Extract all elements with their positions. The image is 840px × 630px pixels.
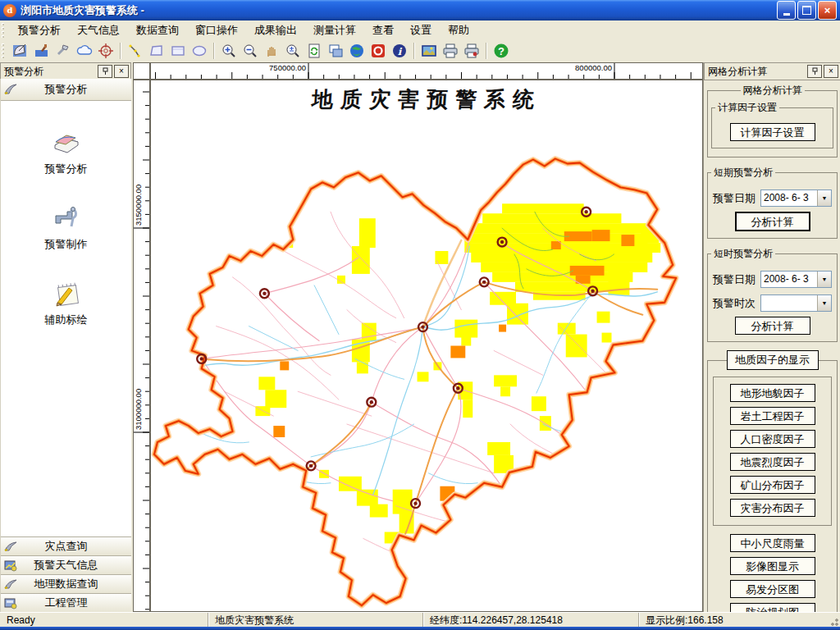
short-time-period-label: 预警时次 (713, 296, 760, 311)
polygon-tool-icon[interactable] (147, 41, 167, 61)
app-icon: d (3, 4, 16, 17)
town-marker[interactable] (260, 289, 269, 298)
weather-chart-icon (1, 559, 21, 572)
item-warning-production[interactable]: 预警制作 (1, 204, 131, 252)
zoom-out-icon[interactable] (240, 41, 260, 61)
zoom-in-icon[interactable] (219, 41, 239, 61)
bar-project-management[interactable]: 工程管理 (1, 593, 131, 612)
chevron-down-icon[interactable]: ▼ (817, 190, 831, 206)
warning-analysis-icon[interactable] (11, 41, 30, 61)
print-preview-icon[interactable] (462, 41, 482, 61)
svg-text:3100000.00: 3100000.00 (134, 389, 143, 430)
short-term-date-combo[interactable]: 2008- 6- 3 ▼ (760, 189, 832, 207)
copy-view-icon[interactable] (326, 41, 345, 61)
bar-warning-weather-info[interactable]: 预警天气信息 (1, 555, 131, 574)
restore-button[interactable] (797, 1, 816, 20)
help-icon[interactable]: ? (491, 41, 511, 61)
rainfall-button[interactable]: 中小尺度雨量 (730, 534, 815, 552)
toolbar-grip (2, 39, 8, 62)
zoning-map-button[interactable]: 易发分区图 (730, 580, 815, 598)
town-marker[interactable] (480, 277, 489, 286)
stop-icon[interactable] (368, 41, 388, 61)
right-panel-header: 网格分析计算 × (704, 62, 840, 80)
toolbar: i ? (0, 39, 840, 63)
short-term-date-value: 2008- 6- 3 (761, 190, 817, 206)
ellipse-tool-icon[interactable] (189, 41, 209, 61)
menu-data-query[interactable]: 数据查询 (128, 21, 187, 40)
calc-factor-group: 计算因子设置 计算因子设置 (711, 101, 833, 148)
left-panel-title: 预警分析 (4, 65, 43, 79)
calc-factor-group-title: 计算因子设置 (715, 101, 779, 115)
svg-text:800000.00: 800000.00 (575, 63, 612, 72)
minimize-button[interactable] (777, 1, 796, 20)
factor-buttons-box: 地形地貌因子 岩土工程因子 人口密度因子 地震烈度因子 矿山分布因子 灾害分布因… (713, 377, 832, 526)
disaster-factor-button[interactable]: 灾害分布因子 (730, 499, 815, 517)
terrain-factor-button[interactable]: 地形地貌因子 (730, 384, 815, 402)
tools-hammer-icon[interactable] (53, 41, 73, 61)
map-edit-icon[interactable] (32, 41, 52, 61)
close-button[interactable]: × (818, 1, 837, 20)
menu-weather-info[interactable]: 天气信息 (69, 21, 128, 40)
refresh-view-icon[interactable] (304, 41, 324, 61)
info-icon[interactable]: i (390, 41, 409, 61)
quill-icon (1, 578, 21, 591)
mine-factor-button[interactable]: 矿山分布因子 (730, 476, 815, 494)
town-marker[interactable] (307, 461, 316, 470)
chevron-down-icon[interactable]: ▼ (817, 295, 831, 311)
town-marker[interactable] (367, 398, 376, 407)
svg-text:750000.00: 750000.00 (269, 63, 306, 72)
item-auxiliary-drawing[interactable]: 辅助标绘 (1, 280, 131, 327)
menu-help[interactable]: 帮助 (440, 21, 477, 40)
quill-icon (1, 83, 21, 96)
weather-cloud-icon[interactable] (75, 41, 94, 61)
svg-text:3150000.00: 3150000.00 (134, 185, 143, 226)
population-factor-button[interactable]: 人口密度因子 (730, 430, 815, 448)
bar-geo-data-query[interactable]: 地理数据查询 (1, 574, 131, 593)
auxiliary-drawing-pad-icon (51, 280, 82, 308)
resize-grip[interactable] (828, 615, 839, 627)
pin-icon[interactable] (807, 65, 822, 78)
menu-settings[interactable]: 设置 (402, 21, 440, 40)
status-ready: Ready (0, 613, 208, 628)
status-scale: 显示比例:166.158 (639, 613, 840, 628)
menu-warning-analysis[interactable]: 预警分析 (10, 21, 69, 40)
item-warning-analysis[interactable]: 预警分析 (1, 129, 131, 176)
calc-factor-settings-button[interactable]: 计算因子设置 (730, 123, 815, 141)
warning-production-tool-icon (51, 204, 82, 232)
seismic-factor-button[interactable]: 地震烈度因子 (730, 453, 815, 471)
left-section-header[interactable]: 预警分析 (1, 79, 131, 101)
pin-icon[interactable] (98, 65, 112, 78)
menu-window-ops[interactable]: 窗口操作 (187, 21, 246, 40)
short-term-date-label: 预警日期 (713, 191, 760, 206)
map-svg[interactable] (151, 80, 702, 611)
geotech-factor-button[interactable]: 岩土工程因子 (730, 407, 815, 425)
locate-crosshair-icon[interactable] (96, 41, 116, 61)
short-time-period-value (761, 295, 817, 311)
menu-measure-calc[interactable]: 测量计算 (305, 21, 364, 40)
short-time-period-combo[interactable]: ▼ (760, 294, 832, 312)
chevron-down-icon[interactable]: ▼ (817, 272, 831, 287)
short-term-calc-button[interactable]: 分析计算 (735, 212, 810, 231)
short-time-date-combo[interactable]: 2008- 6- 3 ▼ (760, 271, 832, 288)
pan-hand-icon[interactable] (262, 41, 281, 61)
map-canvas[interactable]: 地质灾害预警系统 (150, 80, 703, 612)
status-bar: Ready 地质灾害预警系统 经纬度:114.226457,28.125418 … (0, 612, 840, 628)
geo-factor-display-button[interactable]: 地质因子的显示 (727, 350, 819, 370)
print-icon[interactable] (441, 41, 460, 61)
image-display-button[interactable]: 影像图显示 (730, 557, 815, 575)
globe-icon[interactable] (347, 41, 367, 61)
short-time-date-label: 预警日期 (713, 272, 760, 287)
close-icon[interactable]: × (114, 65, 129, 78)
bar-disaster-point-query[interactable]: 灾点查询 (1, 536, 131, 555)
image-export-icon[interactable] (419, 41, 439, 61)
polyline-tool-icon[interactable] (126, 41, 145, 61)
menu-view[interactable]: 查看 (364, 21, 402, 40)
zoom-extent-icon[interactable] (283, 41, 303, 61)
menu-bar: 预警分析 天气信息 数据查询 窗口操作 成果输出 测量计算 查看 设置 帮助 (0, 21, 840, 40)
short-time-calc-button[interactable]: 分析计算 (735, 317, 810, 335)
short-time-group: 短时预警分析 预警日期 2008- 6- 3 ▼ 预警时次 ▼ 分析计算 (707, 247, 838, 342)
close-icon[interactable]: × (824, 65, 838, 78)
menu-result-output[interactable]: 成果输出 (246, 21, 305, 40)
rectangle-tool-icon[interactable] (168, 41, 188, 61)
short-term-group-title: 短期预警分析 (711, 166, 775, 180)
